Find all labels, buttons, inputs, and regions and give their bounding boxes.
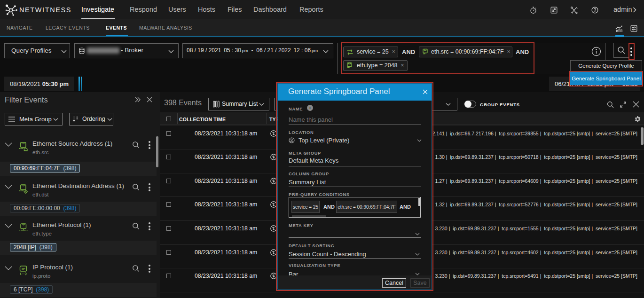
svg-text:IP: IP — [22, 267, 25, 271]
